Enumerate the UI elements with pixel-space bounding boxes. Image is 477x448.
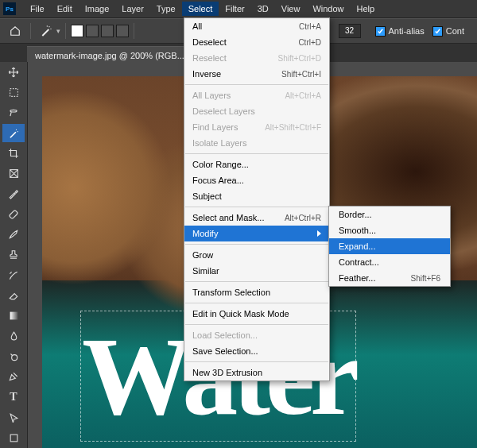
menu-item-similar[interactable]: Similar	[184, 263, 329, 279]
type-tool-icon[interactable]: T	[2, 388, 25, 407]
move-tool-icon[interactable]	[2, 63, 25, 82]
menu-separator	[185, 303, 328, 303]
marquee-tool-icon[interactable]	[2, 83, 25, 102]
separator	[134, 23, 134, 39]
menu-item-isolate-layers: Isolate Layers	[184, 135, 329, 151]
separator	[65, 23, 66, 39]
svg-point-0	[48, 26, 49, 27]
svg-rect-7	[9, 210, 18, 219]
menu-item-label: Border...	[339, 210, 372, 219]
menubar-item-window[interactable]: Window	[306, 2, 350, 16]
selection-intersect-icon[interactable]	[116, 25, 129, 37]
menubar-item-edit[interactable]: Edit	[51, 2, 79, 16]
brush-tool-icon[interactable]	[2, 226, 25, 245]
submenu-arrow-icon	[317, 230, 321, 237]
menu-item-reselect: ReselectShift+Ctrl+D	[184, 50, 329, 66]
healing-tool-icon[interactable]	[2, 205, 25, 224]
menubar-item-view[interactable]: View	[275, 2, 307, 16]
menu-item-label: Contract...	[339, 257, 379, 267]
menu-item-shortcut: Alt+Ctrl+R	[285, 214, 321, 222]
lasso-tool-icon[interactable]	[2, 103, 25, 122]
selection-subtract-icon[interactable]	[101, 25, 114, 37]
selection-new-icon[interactable]	[71, 25, 83, 37]
menu-item-subject[interactable]: Subject	[184, 188, 329, 204]
menu-item-select-and-mask[interactable]: Select and Mask...Alt+Ctrl+R	[184, 210, 329, 226]
menu-item-load-selection: Load Selection...	[184, 327, 329, 343]
submenu-item-expand[interactable]: Expand...	[329, 238, 450, 254]
svg-point-5	[17, 131, 18, 132]
menu-separator	[185, 324, 328, 325]
shape-tool-icon[interactable]	[2, 428, 25, 447]
menubar-item-filter[interactable]: Filter	[219, 2, 250, 16]
menu-item-new-3d-extrusion[interactable]: New 3D Extrusion	[184, 365, 329, 380]
menu-item-modify[interactable]: Modify	[184, 226, 329, 241]
crop-tool-icon[interactable]	[2, 144, 25, 163]
contiguous-checkbox[interactable]: Cont	[432, 26, 464, 37]
tolerance-input[interactable]: 32	[339, 24, 361, 38]
menu-item-save-selection[interactable]: Save Selection...	[184, 343, 329, 359]
pen-tool-icon[interactable]	[2, 368, 25, 387]
dodge-tool-icon[interactable]	[2, 347, 25, 366]
frame-tool-icon[interactable]	[2, 164, 25, 183]
eraser-tool-icon[interactable]	[2, 286, 25, 305]
antialias-checkbox[interactable]: Anti-alias	[375, 26, 425, 37]
toolbox: T	[0, 62, 28, 448]
menu-item-focus-area[interactable]: Focus Area...	[184, 172, 329, 188]
eyedropper-tool-icon[interactable]	[2, 184, 25, 203]
svg-point-2	[47, 25, 48, 26]
menu-separator	[185, 84, 328, 85]
svg-rect-10	[10, 434, 17, 442]
menubar-item-image[interactable]: Image	[79, 2, 116, 16]
submenu-item-border[interactable]: Border...	[329, 207, 450, 222]
wand-icon[interactable]	[39, 24, 53, 38]
menu-item-label: Color Range...	[192, 160, 249, 169]
menu-item-edit-in-quick-mask-mode[interactable]: Edit in Quick Mask Mode	[184, 306, 329, 322]
menu-item-grow[interactable]: Grow	[184, 247, 329, 263]
submenu-item-feather[interactable]: Feather...Shift+F6	[329, 270, 450, 286]
menu-item-label: Select and Mask...	[192, 213, 265, 222]
wand-tool-icon[interactable]	[2, 124, 25, 143]
svg-point-4	[16, 129, 17, 129]
menu-item-label: Grow	[192, 250, 213, 260]
antialias-label: Anti-alias	[389, 26, 425, 36]
menubar-item-select[interactable]: Select	[182, 2, 219, 16]
menu-item-shortcut: Shift+Ctrl+I	[281, 70, 321, 79]
svg-point-1	[50, 29, 51, 29]
stamp-tool-icon[interactable]	[2, 245, 25, 265]
menu-item-transform-selection[interactable]: Transform Selection	[184, 284, 329, 300]
document-tab-label: watermark-image.jpg @ 200% (RGB...	[35, 51, 184, 60]
home-icon[interactable]	[8, 24, 22, 38]
path-tool-icon[interactable]	[2, 408, 25, 427]
svg-rect-8	[10, 312, 17, 320]
gradient-tool-icon[interactable]	[2, 307, 25, 326]
menu-item-shortcut: Shift+Ctrl+D	[278, 54, 321, 63]
menu-item-deselect[interactable]: DeselectCtrl+D	[184, 34, 329, 50]
menu-item-inverse[interactable]: InverseShift+Ctrl+I	[184, 66, 329, 82]
menubar-item-layer[interactable]: Layer	[115, 2, 150, 16]
menu-separator	[185, 207, 328, 207]
menu-item-label: Find Layers	[192, 122, 238, 132]
menu-item-label: Smooth...	[339, 226, 376, 235]
chevron-down-icon[interactable]: ▾	[56, 27, 60, 35]
svg-rect-3	[10, 88, 17, 96]
menubar-item-file[interactable]: File	[24, 2, 51, 16]
history-brush-tool-icon[interactable]	[2, 266, 25, 285]
check-icon	[375, 26, 386, 37]
menu-separator	[185, 281, 328, 282]
menu-separator	[185, 361, 328, 362]
menu-item-label: Modify	[192, 229, 218, 238]
menu-item-shortcut: Ctrl+A	[299, 22, 321, 31]
ruler-vertical	[28, 62, 43, 448]
modify-submenu: Border...Smooth...Expand...Contract...Fe…	[328, 206, 451, 287]
menubar-item-help[interactable]: Help	[351, 2, 382, 16]
submenu-item-contract[interactable]: Contract...	[329, 254, 450, 270]
menu-item-all[interactable]: AllCtrl+A	[184, 18, 329, 34]
menu-item-color-range[interactable]: Color Range...	[184, 156, 329, 172]
selection-add-icon[interactable]	[86, 25, 99, 37]
menu-item-label: Focus Area...	[192, 176, 244, 185]
menu-item-shortcut: Ctrl+D	[298, 38, 321, 47]
menubar-item-type[interactable]: Type	[150, 2, 182, 16]
menubar-item-3d[interactable]: 3D	[251, 2, 275, 16]
blur-tool-icon[interactable]	[2, 327, 25, 346]
submenu-item-smooth[interactable]: Smooth...	[329, 222, 450, 238]
